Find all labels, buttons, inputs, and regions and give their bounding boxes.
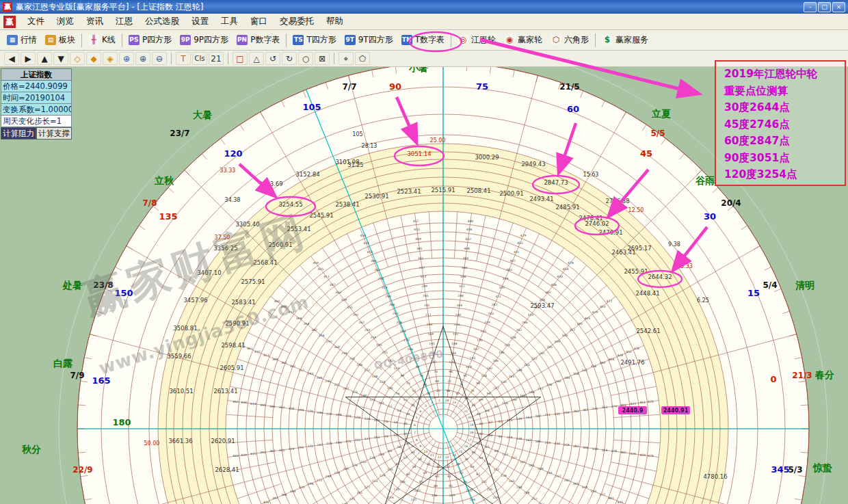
rect-tool-tool-button[interactable]: □ <box>233 52 248 65</box>
svg-text:32: 32 <box>406 442 410 445</box>
svg-text:134: 134 <box>470 498 476 501</box>
toolbar-p-number-table[interactable]: PNP数字表 <box>233 33 284 47</box>
cls-tool-button[interactable]: Cls <box>192 52 207 65</box>
svg-text:318: 318 <box>289 407 295 410</box>
calc-resistance-button[interactable]: 计算阻力 <box>1 127 36 140</box>
svg-text:210: 210 <box>544 441 551 445</box>
svg-text:329: 329 <box>582 486 588 489</box>
svg-text:74: 74 <box>419 374 423 377</box>
scroll-left-tool-button[interactable]: ◀ <box>4 52 19 65</box>
annotation-line-4: 60度2847点 <box>724 133 845 150</box>
calc-support-button[interactable]: 计算支撑 <box>36 127 72 140</box>
titlebar: 赢 赢家江恩专业版[赢家服务平台] - [上证指数 江恩轮] -□× <box>0 0 848 14</box>
svg-text:130: 130 <box>394 488 400 491</box>
info-buttons: 计算阻力计算支撑 <box>1 127 72 140</box>
svg-text:154: 154 <box>388 496 394 499</box>
svg-text:93: 93 <box>487 392 491 395</box>
toolbar-market[interactable]: ▦行情 <box>3 33 41 47</box>
close-button[interactable]: × <box>832 2 845 12</box>
svg-text:379: 379 <box>611 405 618 408</box>
svg-text:286: 286 <box>522 321 528 324</box>
target-tool-button[interactable]: ⊕ <box>119 52 134 65</box>
svg-text:389: 389 <box>272 358 278 361</box>
svg-text:60: 60 <box>567 104 579 114</box>
diamond-tool-2-tool-button[interactable]: ◆ <box>86 52 101 65</box>
crosshair-tool-button[interactable]: ⌖ <box>339 52 354 65</box>
svg-text:60: 60 <box>435 475 439 478</box>
scroll-right-tool-button[interactable]: ▶ <box>21 52 36 65</box>
index-name: 上证指数 <box>1 68 72 81</box>
menu-gann[interactable]: 江恩 <box>109 14 139 29</box>
diamond-tool-1-tool-button[interactable]: ◇ <box>70 52 85 65</box>
menu-settings[interactable]: 设置 <box>185 14 215 29</box>
svg-text:1: 1 <box>438 399 440 402</box>
rotate-cw-tool-button[interactable]: ↻ <box>282 52 297 65</box>
svg-text:409: 409 <box>415 237 421 241</box>
svg-text:70: 70 <box>471 389 475 393</box>
toolbar-hexagon[interactable]: ⬡六角形 <box>546 33 593 47</box>
toolbar-winner-service[interactable]: $赢家服务 <box>598 33 652 47</box>
menu-tools[interactable]: 工具 <box>215 14 244 29</box>
menu-formula-stock-pick[interactable]: 公式选股 <box>139 14 185 29</box>
svg-text:416: 416 <box>263 501 269 504</box>
svg-text:100: 100 <box>387 386 393 390</box>
polygon-tool-tool-button[interactable]: ⬠ <box>355 52 370 65</box>
svg-text:3: 3 <box>425 404 427 408</box>
svg-text:439: 439 <box>241 453 247 457</box>
time-row: 时间=20190104 <box>1 92 72 104</box>
svg-text:22: 22 <box>459 404 463 408</box>
annotation-line-6: 120度3254点 <box>724 166 845 183</box>
svg-text:310: 310 <box>528 313 534 317</box>
zoom-out-tool-button[interactable]: ⊖ <box>152 52 167 65</box>
menu-trade-order[interactable]: 交易委托 <box>274 14 320 29</box>
measure-tool-button[interactable]: T <box>176 52 191 65</box>
toolbar-t-number-table[interactable]: TNT数字表 <box>397 33 449 47</box>
svg-text:177: 177 <box>365 486 371 489</box>
calendar-tool-button[interactable]: 21 <box>209 52 224 65</box>
svg-text:136: 136 <box>501 474 507 477</box>
svg-text:16: 16 <box>464 445 468 448</box>
svg-text:378: 378 <box>611 449 618 453</box>
menu-browse[interactable]: 浏览 <box>51 14 80 29</box>
filter-tool-button[interactable]: ▼ <box>53 52 68 65</box>
menu-news[interactable]: 资讯 <box>80 14 109 29</box>
svg-text:450: 450 <box>639 453 646 457</box>
svg-text:194: 194 <box>400 330 406 333</box>
menu-window[interactable]: 窗口 <box>244 14 274 29</box>
minimize-button[interactable]: - <box>804 2 817 12</box>
rotate-ccw-tool-button[interactable]: ↺ <box>265 52 280 65</box>
svg-text:225: 225 <box>349 497 355 501</box>
toolbar-gann-wheel[interactable]: ◎江恩轮 <box>453 33 500 47</box>
toolbar-t-square[interactable]: TST四方形 <box>289 33 340 47</box>
svg-text:95: 95 <box>463 374 467 377</box>
svg-text:241: 241 <box>424 304 430 307</box>
svg-text:415: 415 <box>250 452 256 455</box>
zoom-in-tool-button[interactable]: ⊕ <box>135 52 150 65</box>
svg-text:265: 265 <box>423 294 429 297</box>
toolbar-winner-wheel[interactable]: ◉赢家轮 <box>500 33 546 47</box>
svg-text:2455.91: 2455.91 <box>624 268 648 275</box>
circle-tool-tool-button[interactable]: ○ <box>298 52 313 65</box>
maximize-button[interactable]: □ <box>818 2 831 12</box>
svg-text:96: 96 <box>449 370 453 373</box>
svg-text:102: 102 <box>374 419 380 422</box>
svg-text:459: 459 <box>313 261 319 265</box>
svg-text:368: 368 <box>281 493 287 496</box>
box-x-tool-tool-button[interactable]: ⊠ <box>315 52 330 65</box>
toolbar-9t-square[interactable]: 9T9T四方形 <box>341 33 397 47</box>
svg-text:148: 148 <box>372 375 378 378</box>
pointer-up-tool-button[interactable]: ▲ <box>37 52 52 65</box>
menu-file[interactable]: 文件 <box>21 14 51 29</box>
toolbar-kline[interactable]: ╫K线 <box>84 33 120 47</box>
toolbar-9p-square[interactable]: 9P9P四方形 <box>176 33 233 47</box>
menu-help[interactable]: 帮助 <box>320 14 349 29</box>
toolbar-p-square[interactable]: PSP四方形 <box>124 33 176 47</box>
triangle-tool-tool-button[interactable]: △ <box>249 52 264 65</box>
toolbar-sectors[interactable]: ▤板块 <box>41 33 79 47</box>
svg-text:236: 236 <box>546 383 553 386</box>
svg-text:105: 105 <box>302 102 321 112</box>
svg-text:381: 381 <box>577 322 583 326</box>
diamond-tool-3-tool-button[interactable]: ◈ <box>103 52 118 65</box>
svg-text:57: 57 <box>403 456 408 460</box>
svg-text:2613.41: 2613.41 <box>213 388 237 395</box>
